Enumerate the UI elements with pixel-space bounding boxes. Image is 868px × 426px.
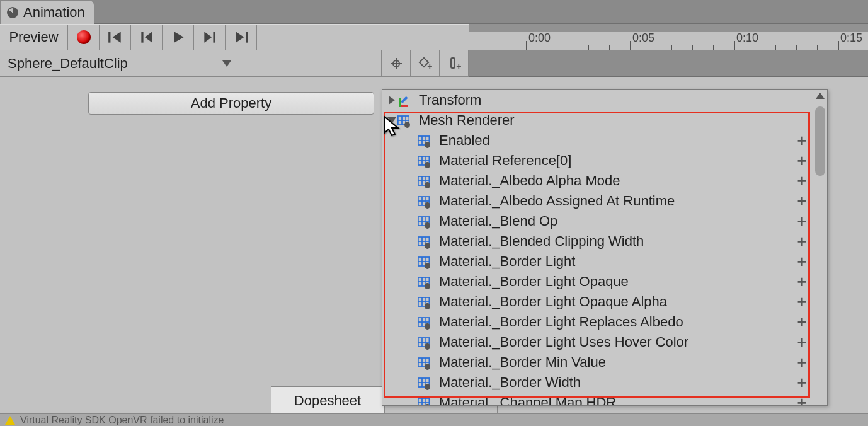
mesh-renderer-label: Mesh Renderer [419,112,515,129]
svg-marker-4 [174,32,183,42]
tree-item-mesh-renderer[interactable]: Mesh Renderer [382,110,813,130]
preview-label: Preview [9,29,58,45]
play-button[interactable] [163,25,194,50]
tree-item[interactable]: Material._Blend Op+ [382,211,813,231]
tree-item[interactable]: Material._Albedo Alpha Mode+ [382,171,813,191]
add-property-plus-button[interactable]: + [794,133,809,148]
popup-scrollbar[interactable] [813,90,827,405]
clip-dropdown[interactable]: Sphere_DefaultClip [0,50,239,76]
timeline-track-area[interactable] [469,50,868,77]
add-property-plus-button[interactable]: + [794,294,809,309]
timeline-label: 0:15 [840,32,862,45]
visibility-dot-icon [425,263,430,269]
tree-item[interactable]: Material._Blended Clipping Width+ [382,231,813,251]
expand-down-icon [387,117,396,124]
add-property-plus-button[interactable]: + [794,314,809,330]
tree-item[interactable]: Material._Border Min Value+ [382,352,813,372]
tree-item[interactable]: Enabled+ [382,130,813,151]
dopesheet-label: Dopesheet [294,393,361,409]
crosshair-icon [391,58,402,69]
svg-rect-0 [108,32,110,42]
svg-rect-2 [141,32,143,42]
timeline-ruler[interactable]: 0:000:050:100:15 [469,32,868,50]
tree-item-label: Material._Border Light Uses Hover Color [439,334,688,350]
tree-item[interactable]: Material._Border Light+ [382,251,813,272]
tree-item[interactable]: Material._Albedo Assigned At Runtime+ [382,191,813,211]
add-property-plus-button[interactable]: + [794,274,809,289]
svg-rect-8 [246,32,248,42]
add-property-plus-button[interactable]: + [794,395,809,405]
add-property-plus-button[interactable]: + [794,153,809,168]
preview-toggle[interactable]: Preview [0,25,68,50]
skip-first-icon [107,29,123,45]
record-button[interactable] [68,25,100,50]
timeline-label: 0:10 [736,32,758,45]
tree-item-label: Material._Border Light Opaque Alpha [439,294,667,310]
add-event-button[interactable]: + [440,50,469,76]
tree-item[interactable]: Material._Border Light Uses Hover Color+ [382,332,813,352]
add-property-plus-button[interactable]: + [794,173,809,188]
last-keyframe-button[interactable] [226,25,257,50]
tree-item[interactable]: Material._Border Light Opaque Alpha+ [382,292,813,312]
visibility-dot-icon [425,364,430,370]
warning-icon [5,416,15,425]
property-tree: TransformMesh RendererEnabled+Material R… [382,90,813,405]
add-property-plus-button[interactable]: + [794,375,809,390]
svg-marker-1 [112,32,120,42]
first-keyframe-button[interactable] [100,25,131,50]
tree-item-transform[interactable]: Transform [382,90,813,110]
next-keyframe-button[interactable] [194,25,226,50]
transform-label: Transform [419,92,481,108]
visibility-dot-icon [404,122,410,128]
tree-item-label: Enabled [439,132,490,149]
visibility-dot-icon [425,142,430,148]
add-keyframe-button[interactable]: + [411,50,440,76]
tree-item[interactable]: Material._Border Light Replaces Albedo+ [382,312,813,332]
animation-tab[interactable]: Animation [0,0,94,24]
add-property-plus-button[interactable]: + [794,193,809,209]
status-text: Virtual Reality SDK OpenVR failed to ini… [20,415,224,426]
clip-row: Sphere_DefaultClip + + [0,50,469,77]
timeline-header-strip [469,24,868,32]
add-property-plus-button[interactable]: + [794,234,809,249]
filter-by-selection-button[interactable] [382,50,411,76]
svg-marker-7 [236,32,244,42]
tree-item[interactable]: Material._Channel Map HDR+ [382,393,813,405]
svg-marker-3 [144,32,152,42]
timeline: 0:000:050:100:15 [469,24,868,77]
svg-marker-5 [204,32,212,42]
add-property-plus-button[interactable]: + [794,214,809,229]
prev-keyframe-button[interactable] [131,25,163,50]
add-property-button[interactable]: Add Property [88,92,374,115]
window-titlebar-strip [0,0,868,24]
visibility-dot-icon [425,283,430,289]
visibility-dot-icon [425,162,430,168]
dropdown-triangle-icon [222,60,231,67]
tree-item-label: Material._Blend Op [439,213,557,229]
transform-icon [399,93,414,107]
tree-item-label: Material._Border Light Replaces Albedo [439,314,683,330]
visibility-dot-icon [425,243,430,249]
add-property-plus-button[interactable]: + [794,335,809,350]
clip-row-gap [239,50,382,76]
tree-item[interactable]: Material._Border Light Opaque+ [382,272,813,292]
dopesheet-tab[interactable]: Dopesheet [271,386,384,415]
event-plus-icon: + [448,57,460,70]
tree-item-label: Material._Border Min Value [439,354,606,371]
scrollbar-thumb[interactable] [815,106,825,176]
tree-item[interactable]: Material Reference[0]+ [382,151,813,171]
animation-tab-label: Animation [23,4,85,21]
tree-item-label: Material._Border Width [439,374,581,391]
tree-item[interactable]: Material._Border Width+ [382,372,813,393]
diamond-plus-icon: + [419,57,431,70]
visibility-dot-icon [425,202,430,209]
expand-right-icon [389,96,395,105]
add-property-plus-button[interactable]: + [794,355,809,370]
visibility-dot-icon [425,303,430,309]
tree-item-label: Material._Channel Map HDR [439,394,616,405]
add-property-plus-button[interactable]: + [794,254,809,269]
timeline-label: 0:00 [528,32,551,45]
add-property-popup: TransformMesh RendererEnabled+Material R… [382,89,828,406]
timeline-label: 0:05 [632,32,654,45]
visibility-dot-icon [425,222,430,229]
